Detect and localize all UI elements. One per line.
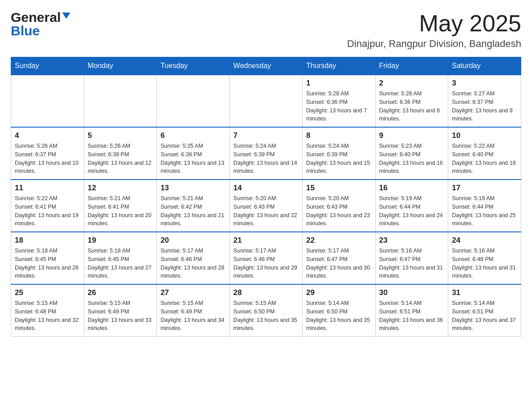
day-info: Sunrise: 5:28 AMSunset: 6:36 PMDaylight:… [306, 90, 372, 123]
day-info: Sunrise: 5:20 AMSunset: 6:43 PMDaylight:… [233, 194, 299, 228]
day-number: 3 [452, 79, 517, 88]
svg-marker-0 [62, 13, 70, 19]
day-info: Sunrise: 5:24 AMSunset: 6:39 PMDaylight:… [233, 142, 299, 176]
day-info: Sunrise: 5:16 AMSunset: 6:47 PMDaylight:… [379, 247, 445, 280]
day-number: 6 [160, 131, 226, 140]
page-header: General Blue May 2025 Dinajpur, Rangpur … [11, 11, 521, 50]
week-row-4: 18Sunrise: 5:18 AMSunset: 6:45 PMDayligh… [11, 232, 521, 284]
calendar-cell: 18Sunrise: 5:18 AMSunset: 6:45 PMDayligh… [11, 232, 84, 284]
day-number: 21 [233, 236, 299, 245]
calendar-cell: 3Sunrise: 5:27 AMSunset: 6:37 PMDaylight… [448, 75, 521, 127]
day-info: Sunrise: 5:15 AMSunset: 6:48 PMDaylight:… [15, 299, 80, 333]
calendar-cell: 20Sunrise: 5:17 AMSunset: 6:46 PMDayligh… [157, 232, 230, 284]
calendar-cell: 21Sunrise: 5:17 AMSunset: 6:46 PMDayligh… [230, 232, 303, 284]
week-row-3: 11Sunrise: 5:22 AMSunset: 6:41 PMDayligh… [11, 180, 521, 232]
calendar-cell: 2Sunrise: 5:28 AMSunset: 6:36 PMDaylight… [375, 75, 448, 127]
calendar-cell: 17Sunrise: 5:19 AMSunset: 6:44 PMDayligh… [448, 180, 521, 232]
calendar-cell: 26Sunrise: 5:15 AMSunset: 6:49 PMDayligh… [84, 284, 157, 337]
calendar-cell: 24Sunrise: 5:16 AMSunset: 6:48 PMDayligh… [448, 232, 521, 284]
day-number: 8 [306, 131, 372, 140]
day-info: Sunrise: 5:26 AMSunset: 6:37 PMDaylight:… [15, 142, 80, 176]
weekday-header-tuesday: Tuesday [157, 57, 230, 75]
week-row-2: 4Sunrise: 5:26 AMSunset: 6:37 PMDaylight… [11, 127, 521, 180]
day-number: 11 [15, 184, 80, 193]
day-number: 20 [160, 236, 226, 245]
logo-arrow-icon [62, 13, 70, 21]
calendar-cell: 12Sunrise: 5:21 AMSunset: 6:41 PMDayligh… [84, 180, 157, 232]
day-info: Sunrise: 5:17 AMSunset: 6:47 PMDaylight:… [306, 247, 372, 280]
calendar-cell [230, 75, 303, 127]
calendar-cell: 29Sunrise: 5:14 AMSunset: 6:50 PMDayligh… [302, 284, 375, 337]
day-info: Sunrise: 5:26 AMSunset: 6:38 PMDaylight:… [88, 142, 153, 176]
day-number: 2 [379, 79, 445, 88]
calendar-cell: 9Sunrise: 5:23 AMSunset: 6:40 PMDaylight… [375, 127, 448, 180]
week-row-5: 25Sunrise: 5:15 AMSunset: 6:48 PMDayligh… [11, 284, 521, 337]
calendar-cell: 19Sunrise: 5:18 AMSunset: 6:45 PMDayligh… [84, 232, 157, 284]
week-row-1: 1Sunrise: 5:28 AMSunset: 6:36 PMDaylight… [11, 75, 521, 127]
day-info: Sunrise: 5:24 AMSunset: 6:39 PMDaylight:… [306, 142, 372, 176]
calendar-cell: 10Sunrise: 5:22 AMSunset: 6:40 PMDayligh… [448, 127, 521, 180]
day-number: 23 [379, 236, 445, 245]
day-info: Sunrise: 5:17 AMSunset: 6:46 PMDaylight:… [233, 247, 299, 280]
weekday-header-thursday: Thursday [302, 57, 375, 75]
day-info: Sunrise: 5:14 AMSunset: 6:51 PMDaylight:… [452, 299, 517, 333]
day-info: Sunrise: 5:27 AMSunset: 6:37 PMDaylight:… [452, 90, 517, 123]
day-number: 4 [15, 131, 80, 140]
location-subtitle: Dinajpur, Rangpur Division, Bangladesh [347, 38, 521, 50]
day-info: Sunrise: 5:21 AMSunset: 6:42 PMDaylight:… [160, 194, 226, 228]
calendar-cell: 28Sunrise: 5:15 AMSunset: 6:50 PMDayligh… [230, 284, 303, 337]
calendar-cell: 22Sunrise: 5:17 AMSunset: 6:47 PMDayligh… [302, 232, 375, 284]
calendar-cell [157, 75, 230, 127]
day-number: 31 [452, 288, 517, 297]
day-number: 25 [15, 288, 80, 297]
day-info: Sunrise: 5:18 AMSunset: 6:45 PMDaylight:… [88, 247, 153, 280]
day-number: 27 [160, 288, 226, 297]
day-info: Sunrise: 5:17 AMSunset: 6:46 PMDaylight:… [160, 247, 226, 280]
weekday-header-friday: Friday [375, 57, 448, 75]
weekday-header-row: SundayMondayTuesdayWednesdayThursdayFrid… [11, 57, 521, 75]
logo-general-text: General [11, 11, 61, 24]
day-number: 19 [88, 236, 153, 245]
day-info: Sunrise: 5:15 AMSunset: 6:50 PMDaylight:… [233, 299, 299, 333]
calendar-cell: 16Sunrise: 5:19 AMSunset: 6:44 PMDayligh… [375, 180, 448, 232]
calendar-cell: 30Sunrise: 5:14 AMSunset: 6:51 PMDayligh… [375, 284, 448, 337]
day-info: Sunrise: 5:20 AMSunset: 6:43 PMDaylight:… [306, 194, 372, 228]
calendar-cell: 7Sunrise: 5:24 AMSunset: 6:39 PMDaylight… [230, 127, 303, 180]
weekday-header-monday: Monday [84, 57, 157, 75]
calendar-cell: 1Sunrise: 5:28 AMSunset: 6:36 PMDaylight… [302, 75, 375, 127]
calendar-table: SundayMondayTuesdayWednesdayThursdayFrid… [11, 57, 521, 337]
day-number: 12 [88, 184, 153, 193]
day-number: 18 [15, 236, 80, 245]
day-number: 16 [379, 184, 445, 193]
day-number: 9 [379, 131, 445, 140]
day-number: 22 [306, 236, 372, 245]
calendar-cell: 5Sunrise: 5:26 AMSunset: 6:38 PMDaylight… [84, 127, 157, 180]
day-number: 30 [379, 288, 445, 297]
day-info: Sunrise: 5:21 AMSunset: 6:41 PMDaylight:… [88, 194, 153, 228]
day-info: Sunrise: 5:23 AMSunset: 6:40 PMDaylight:… [379, 142, 445, 176]
day-info: Sunrise: 5:14 AMSunset: 6:50 PMDaylight:… [306, 299, 372, 333]
day-info: Sunrise: 5:16 AMSunset: 6:48 PMDaylight:… [452, 247, 517, 280]
day-number: 10 [452, 131, 517, 140]
calendar-cell: 23Sunrise: 5:16 AMSunset: 6:47 PMDayligh… [375, 232, 448, 284]
day-number: 29 [306, 288, 372, 297]
calendar-cell: 25Sunrise: 5:15 AMSunset: 6:48 PMDayligh… [11, 284, 84, 337]
calendar-cell: 13Sunrise: 5:21 AMSunset: 6:42 PMDayligh… [157, 180, 230, 232]
day-info: Sunrise: 5:15 AMSunset: 6:49 PMDaylight:… [88, 299, 153, 333]
day-info: Sunrise: 5:15 AMSunset: 6:49 PMDaylight:… [160, 299, 226, 333]
weekday-header-saturday: Saturday [448, 57, 521, 75]
day-number: 5 [88, 131, 153, 140]
calendar-cell: 27Sunrise: 5:15 AMSunset: 6:49 PMDayligh… [157, 284, 230, 337]
logo-blue-text: Blue [11, 24, 40, 38]
day-info: Sunrise: 5:19 AMSunset: 6:44 PMDaylight:… [379, 194, 445, 228]
calendar-cell: 14Sunrise: 5:20 AMSunset: 6:43 PMDayligh… [230, 180, 303, 232]
weekday-header-sunday: Sunday [11, 57, 84, 75]
weekday-header-wednesday: Wednesday [230, 57, 303, 75]
day-number: 15 [306, 184, 372, 193]
month-title: May 2025 [347, 11, 521, 36]
calendar-cell [11, 75, 84, 127]
title-block: May 2025 Dinajpur, Rangpur Division, Ban… [347, 11, 521, 50]
calendar-cell: 31Sunrise: 5:14 AMSunset: 6:51 PMDayligh… [448, 284, 521, 337]
day-number: 7 [233, 131, 299, 140]
calendar-cell: 8Sunrise: 5:24 AMSunset: 6:39 PMDaylight… [302, 127, 375, 180]
